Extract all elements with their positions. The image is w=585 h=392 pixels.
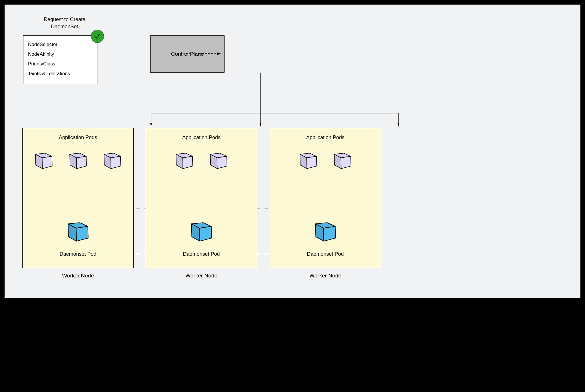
daemon-pod-wrap bbox=[23, 214, 133, 245]
control-plane-label: Control Plane bbox=[171, 51, 204, 57]
daemon-pod-label: Daemonset Pod bbox=[23, 251, 133, 257]
app-pod-cube-icon bbox=[171, 146, 197, 172]
daemon-pod-cube-icon bbox=[186, 214, 217, 245]
worker-node-label: Worker Node bbox=[22, 273, 134, 279]
app-pod-cube-icon bbox=[206, 146, 231, 172]
app-pods-label: Application Pods bbox=[270, 135, 381, 141]
app-pods-row bbox=[270, 146, 381, 172]
daemon-pod-cube-icon bbox=[310, 214, 341, 245]
app-pods-label: Application Pods bbox=[23, 135, 133, 141]
request-item: NodeAffinity bbox=[28, 49, 93, 59]
checkmark-icon bbox=[94, 33, 101, 40]
daemon-pod-label: Daemonset Pod bbox=[270, 251, 381, 257]
worker-node-label: Worker Node bbox=[270, 273, 381, 279]
app-pod-cube-icon bbox=[99, 146, 125, 172]
daemon-pod-wrap bbox=[270, 214, 381, 245]
request-item: NodeSelector bbox=[28, 40, 93, 49]
control-plane-box: Control Plane bbox=[150, 35, 225, 73]
app-pod-cube-icon bbox=[330, 146, 355, 172]
app-pods-row bbox=[146, 146, 257, 172]
diagram-canvas: Request to Create DaemonSet NodeSelector… bbox=[5, 5, 580, 298]
request-title-line2: DaemonSet bbox=[51, 24, 78, 29]
request-item: PriorityClass bbox=[28, 59, 93, 69]
daemon-pod-wrap bbox=[146, 214, 257, 245]
request-item: Taints & Tolerations bbox=[28, 69, 93, 79]
app-pods-row bbox=[23, 146, 133, 172]
check-badge-icon bbox=[91, 30, 104, 43]
app-pod-cube-icon bbox=[65, 146, 91, 172]
request-title-line1: Request to Create bbox=[44, 17, 85, 22]
worker-node-label: Worker Node bbox=[146, 273, 257, 279]
app-pod-cube-icon bbox=[31, 146, 57, 172]
app-pod-cube-icon bbox=[295, 146, 321, 172]
daemon-pod-cube-icon bbox=[63, 214, 93, 245]
daemon-pod-label: Daemonset Pod bbox=[146, 251, 257, 257]
app-pods-label: Application Pods bbox=[146, 135, 257, 141]
request-box: NodeSelector NodeAffinity PriorityClass … bbox=[23, 35, 97, 84]
request-title: Request to Create DaemonSet bbox=[36, 16, 93, 30]
worker-node-panel: Application Pods Daemonset Pod bbox=[146, 128, 257, 268]
worker-node-panel: Application Pods Daemonset Pod bbox=[22, 128, 134, 268]
worker-node-panel: Application Pods Daemonset Pod bbox=[270, 128, 381, 268]
